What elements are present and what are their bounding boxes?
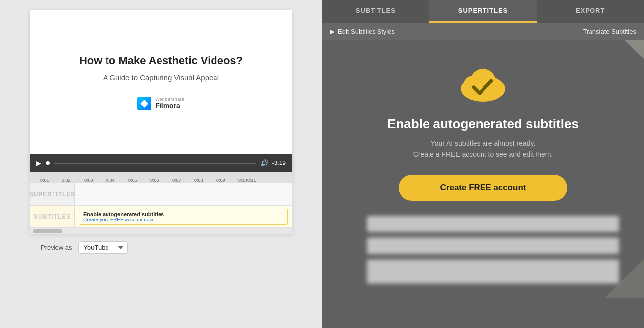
timeline-container: 0:01 0:02 0:03 0:04 0:05 0:06 0:07 0:08 … [30, 172, 292, 234]
filmora-text: Wondershare Filmora [155, 97, 184, 109]
cloud-check-icon [456, 60, 510, 105]
enable-desc: Your AI subtitles are almost ready. Crea… [413, 138, 553, 160]
ruler-mark-1: 0:01 [40, 178, 49, 183]
form-row-3 [347, 259, 619, 284]
video-subtitle: A Guide to Capturing Visual Appeal [103, 73, 219, 82]
time-display: -3:19 [272, 160, 286, 166]
preview-section: Preview as YouTube Facebook Twitter Inst… [41, 241, 128, 254]
filmora-icon [137, 97, 151, 110]
form-row-1 [347, 216, 619, 232]
enable-desc-line2: Create a FREE account to see and edit th… [413, 150, 553, 158]
form-row-2 [347, 237, 619, 254]
main-content: Enable autogenerated subtitles Your AI s… [322, 40, 644, 328]
clip-title: Enable autogenerated subtitles [83, 211, 283, 217]
preview-select[interactable]: YouTube Facebook Twitter Instagram TikTo… [78, 241, 128, 254]
ruler-mark-4: 0:04 [106, 178, 115, 183]
timeline-scrollbar[interactable] [30, 228, 292, 234]
timeline-ruler: 0:01 0:02 0:03 0:04 0:05 0:06 0:07 0:08 … [30, 172, 292, 183]
subtitles-track-row: SUBTITLES Enable autogenerated subtitles… [30, 206, 292, 228]
tab-export[interactable]: EXPORT [537, 0, 644, 23]
ruler-mark-9: 0:09 [216, 178, 225, 183]
tab-bar: SUBTITLES SUPERTITLES EXPORT [322, 0, 644, 23]
filmora-label: Filmora [155, 102, 184, 109]
supertitles-track-row: SUPERTITLES [30, 183, 292, 206]
ruler-mark-10: 0:10 [238, 178, 247, 183]
filmora-icon-shape [140, 100, 148, 108]
volume-icon[interactable]: 🔊 [260, 159, 268, 167]
ruler-mark-2: 0:02 [62, 178, 71, 183]
form-input-2 [367, 237, 619, 254]
subtitles-label: SUBTITLES [30, 206, 75, 227]
scrollbar-thumb[interactable] [33, 229, 62, 233]
play-button[interactable]: ▶ [36, 159, 42, 167]
video-title: How to Make Aesthetic Videos? [79, 54, 243, 68]
video-content: How to Make Aesthetic Videos? A Guide to… [30, 10, 292, 154]
subtitle-clip: Enable autogenerated subtitles Create yo… [79, 209, 288, 225]
form-textarea [367, 259, 619, 284]
clip-link[interactable]: Create your FREE account now [83, 217, 283, 222]
edit-styles-label: Edit Subtitles Styles [338, 28, 395, 35]
create-account-button[interactable]: Create FREE account [399, 175, 567, 201]
ruler-mark-11: 0:11 [247, 178, 256, 183]
edit-styles-button[interactable]: ▶ Edit Subtitles Styles [330, 28, 395, 35]
tab-subtitles[interactable]: SUBTITLES [322, 0, 429, 23]
translate-button[interactable]: Translate Subtitles [583, 28, 636, 35]
filmora-logo: Wondershare Filmora [137, 97, 184, 110]
sub-toolbar: ▶ Edit Subtitles Styles Translate Subtit… [322, 23, 644, 40]
supertitles-track[interactable] [75, 183, 292, 205]
ruler-mark-6: 0:06 [150, 178, 159, 183]
form-input-1 [367, 216, 619, 232]
supertitles-label: SUPERTITLES [30, 183, 75, 205]
video-controls: ▶ 🔊 -3:19 [30, 154, 292, 172]
tab-supertitles[interactable]: SUPERTITLES [429, 0, 537, 23]
ruler-mark-5: 0:05 [128, 178, 137, 183]
ruler-mark-8: 0:08 [194, 178, 203, 183]
enable-desc-line1: Your AI subtitles are almost ready. [431, 139, 536, 147]
blurred-form [332, 216, 634, 289]
right-panel: SUBTITLES SUPERTITLES EXPORT ▶ Edit Subt… [322, 0, 644, 328]
video-player: How to Make Aesthetic Videos? A Guide to… [30, 10, 292, 172]
ruler-mark-3: 0:03 [84, 178, 93, 183]
ruler-mark-7: 0:07 [172, 178, 181, 183]
preview-label: Preview as [41, 244, 72, 251]
chevron-right-icon: ▶ [330, 28, 335, 35]
subtitles-track[interactable]: Enable autogenerated subtitles Create yo… [75, 206, 292, 227]
left-panel: How to Make Aesthetic Videos? A Guide to… [0, 0, 322, 328]
progress-dot [46, 161, 50, 165]
enable-title: Enable autogenerated subtitles [387, 116, 579, 132]
progress-bar[interactable] [54, 163, 256, 164]
